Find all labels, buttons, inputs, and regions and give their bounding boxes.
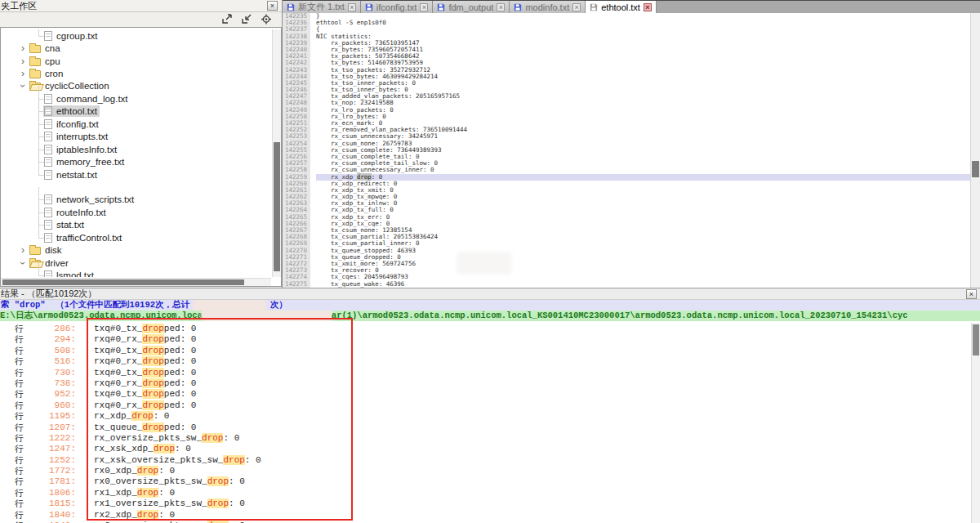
result-row[interactable]: 行 1247: rx_xsk_xdp_drop: 0 (0, 444, 970, 454)
editor-line-text: } (316, 13, 970, 20)
close-tab-icon[interactable]: × (348, 3, 356, 11)
result-row[interactable]: 行 286: txq#0_tx_dropped: 0 (0, 324, 970, 334)
editor-tab[interactable]: ifconfig.txt × (361, 1, 434, 13)
editor[interactable]: 142235 } 142236 ethtool -S enp1s0f0 1422… (283, 13, 970, 288)
match-highlight: drop (142, 400, 163, 410)
expander-chevron-icon[interactable]: › (18, 257, 28, 269)
fold-margin (310, 227, 316, 234)
expander-chevron-icon[interactable]: › (17, 69, 29, 78)
row-line-label: 行 (15, 389, 24, 400)
close-tab-icon[interactable]: × (572, 3, 581, 11)
expander-chevron-icon[interactable]: › (17, 43, 29, 53)
tree-item[interactable]: › cron (1, 67, 271, 79)
close-tab-icon[interactable]: × (497, 3, 505, 11)
folder-icon (29, 247, 41, 255)
tree-item[interactable]: › trafficControl.txt (1, 231, 271, 244)
result-row[interactable]: 行 952: txq#0_tx_dropped: 0 (0, 389, 970, 400)
tree-item[interactable]: › netstat.txt (1, 168, 271, 181)
editor-line-text: tx_cqes: 204596498793 (316, 274, 970, 280)
result-row[interactable]: 行 738: rxq#0_rx_dropped: 0 (0, 378, 970, 389)
fold-margin (310, 234, 316, 240)
fold-margin (310, 100, 316, 106)
editor-line-text: rx_xdp_tx_full: 0 (316, 207, 970, 213)
close-results-icon[interactable]: × (966, 289, 977, 299)
row-line-label: 行 (15, 455, 24, 466)
editor-line-text: rx_xdp_tx_xmit: 0 (316, 187, 970, 194)
match-highlight: drop (154, 444, 175, 454)
fold-margin (310, 160, 316, 167)
results-vertical-scrollbar[interactable] (971, 323, 980, 523)
result-row[interactable]: 行 1207: tx_queue_dropped: 0 (0, 422, 970, 433)
tree-item[interactable]: › cpu (1, 55, 271, 67)
tree-horizontal-scrollbar[interactable] (1, 278, 271, 286)
editor-line: 142275 tx_queue_wake: 46396 (283, 281, 970, 288)
result-row[interactable]: 行 1806: rx1_xdp_drop: 0 (0, 488, 970, 498)
editor-tab[interactable]: fdm_output × (433, 1, 510, 13)
file-icon (44, 170, 52, 180)
tree-item-label: netstat.txt (56, 170, 97, 180)
row-line-label: 行 (15, 433, 24, 444)
result-text: txq#0_tx_dropped: 0 (94, 368, 196, 378)
row-line-label: 行 (15, 368, 24, 378)
file-icon (44, 208, 52, 217)
scrollbar-thumb[interactable] (274, 142, 280, 271)
scrollbar-thumb[interactable] (972, 161, 979, 177)
tree-item[interactable]: › cna (1, 42, 271, 54)
result-row[interactable]: 行 1195: rx_xdp_drop: 0 (0, 411, 970, 422)
close-tab-icon[interactable]: × (644, 3, 652, 11)
match-highlight: drop (142, 356, 163, 366)
collapse-all-icon[interactable] (241, 14, 252, 25)
editor-tab[interactable]: 新文件 1.txt × (283, 1, 361, 13)
tree-vertical-scrollbar[interactable] (272, 29, 281, 277)
folder-icon (29, 58, 41, 66)
row-line-number: 738: (24, 378, 76, 389)
editor-tab[interactable]: modinfo.txt × (510, 1, 586, 13)
result-row[interactable]: 行 1222: rx_oversize_pkts_sw_drop: 0 (0, 433, 970, 444)
result-row[interactable]: 行 1840: rx2_xdp_drop: 0 (0, 510, 970, 521)
result-row[interactable]: 行 1781: rx0_oversize_pkts_sw_drop: 0 (0, 476, 970, 487)
scrollbar-thumb[interactable] (2, 279, 244, 285)
result-row[interactable]: 行 294: rxq#0_rx_dropped: 0 (0, 334, 970, 345)
expand-all-icon[interactable] (221, 14, 233, 25)
tree-item[interactable]: › lsmod.txt (1, 269, 271, 277)
row-line-label: 行 (15, 378, 24, 389)
editor-line-text: rx_csum_unnecessary_inner: 0 (316, 167, 970, 173)
tree-item-label: ifconfig.txt (56, 119, 99, 129)
row-line-number: 1840: (24, 510, 76, 521)
tree-item[interactable]: › disk (1, 244, 271, 256)
editor-tab[interactable]: ethtool.txt × (586, 1, 657, 13)
tree-item[interactable]: › cgroup.txt (1, 29, 271, 42)
tree-item-label: lsmod.txt (56, 270, 94, 277)
editor-vertical-scrollbar[interactable] (970, 13, 980, 288)
search-results-panel: 结果 - （匹配10192次） × 索 "drop" （1个文件中匹配到1019… (0, 288, 980, 523)
result-text: txq#0_tx_dropped: 0 (94, 324, 196, 334)
tab-label: 新文件 1.txt (298, 1, 345, 13)
search-summary-line[interactable]: 索 "drop" （1个文件中匹配到10192次，总计 次） (0, 300, 980, 311)
editor-line: 142272 tx_xmit_more: 569724756 (283, 261, 970, 267)
file-icon (44, 270, 52, 277)
result-row[interactable]: 行 730: txq#0_tx_dropped: 0 (0, 368, 970, 378)
fold-margin (310, 47, 316, 53)
fold-margin (310, 40, 316, 47)
result-row[interactable]: 行 508: txq#0_tx_dropped: 0 (0, 346, 970, 356)
result-row[interactable]: 行 1815: rx1_oversize_pkts_sw_drop: 0 (0, 498, 970, 509)
result-file-path-line[interactable]: E:\日志\armod0523.odata.ncmp.unicom.loca a… (0, 311, 980, 321)
close-tab-icon[interactable]: × (420, 3, 428, 11)
scrollbar-thumb[interactable] (973, 324, 979, 355)
expander-chevron-icon[interactable]: › (17, 56, 29, 66)
locate-current-file-icon[interactable] (261, 14, 272, 25)
close-panel-icon[interactable]: × (267, 1, 278, 11)
expander-chevron-icon[interactable]: › (18, 80, 28, 92)
editor-line-text: tx_xmit_more: 569724756 (316, 261, 970, 267)
result-row[interactable]: 行 1252: rx_xsk_oversize_pkts_sw_drop: 0 (0, 455, 970, 466)
tab-label: ethtool.txt (601, 2, 640, 12)
result-row[interactable]: 行 1772: rx0_xdp_drop: 0 (0, 466, 970, 476)
fold-margin (310, 93, 316, 100)
tree-item-label: iptablesInfo.txt (56, 145, 117, 154)
workspace-panel-title: 夹工作区 × (0, 0, 282, 12)
app-window: 夹工作区 × › cgroup.txt (0, 0, 980, 523)
expander-chevron-icon[interactable]: › (17, 245, 29, 255)
result-row[interactable]: 行 960: rxq#0_rx_dropped: 0 (0, 400, 970, 411)
row-line-label: 行 (15, 488, 24, 498)
result-row[interactable]: 行 516: rxq#0_rx_dropped: 0 (0, 356, 970, 367)
